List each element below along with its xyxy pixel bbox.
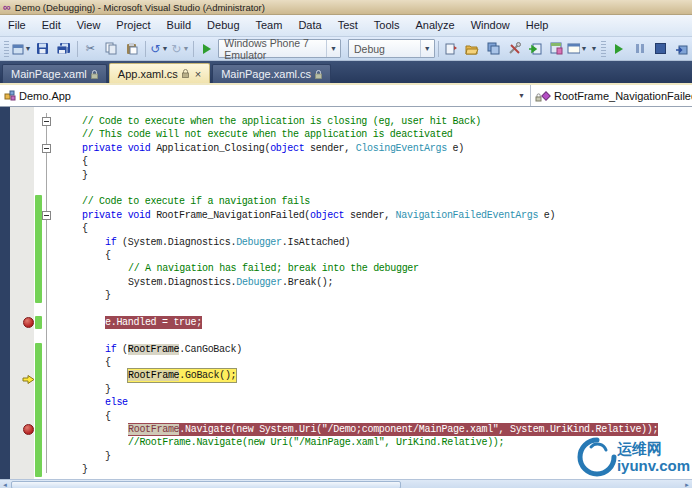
continue-button[interactable] <box>609 39 629 58</box>
breakpoint-margin[interactable] <box>10 107 34 479</box>
code-line[interactable]: RootFrame.Navigate(new System.Uri("/Demo… <box>56 423 692 436</box>
save-all-icon <box>56 42 71 55</box>
code-line[interactable]: private void Application_Closing(object … <box>56 142 692 155</box>
horizontal-scrollbar[interactable]: ◄ ► <box>0 479 692 488</box>
chevron-down-icon: ▼ <box>420 40 434 57</box>
step-button[interactable] <box>672 39 692 58</box>
code-line[interactable] <box>56 182 692 195</box>
code-line[interactable] <box>56 329 692 342</box>
start-page-button[interactable] <box>525 39 545 58</box>
menu-item-help[interactable]: Help <box>518 15 557 36</box>
members-dropdown[interactable]: RootFrame_NavigationFailed(ob <box>531 85 692 106</box>
menu-item-data[interactable]: Data <box>290 15 329 36</box>
scroll-right-icon[interactable]: ► <box>682 480 692 488</box>
scroll-left-icon[interactable]: ◄ <box>0 480 10 488</box>
toolbar-grip[interactable] <box>4 41 9 57</box>
method-lock-icon <box>535 90 551 102</box>
code-line[interactable]: { <box>56 356 692 369</box>
add-item-button[interactable]: ▼ <box>12 39 32 58</box>
menu-item-tools[interactable]: Tools <box>366 15 408 36</box>
code-line[interactable]: e.Handled = true; <box>56 316 692 329</box>
menu-item-view[interactable]: View <box>69 15 109 36</box>
menu-item-edit[interactable]: Edit <box>34 15 69 36</box>
save-button[interactable] <box>33 39 53 58</box>
solution-explorer-button[interactable] <box>441 39 461 58</box>
command-window-icon <box>567 43 579 54</box>
change-tracking-bar <box>35 316 42 329</box>
menu-item-file[interactable]: File <box>0 15 34 36</box>
tab-app-xaml-cs[interactable]: App.xaml.cs × <box>109 63 210 83</box>
tab-label: App.xaml.cs <box>118 68 178 80</box>
stop-debugging-button[interactable] <box>651 39 671 58</box>
code-line[interactable]: } <box>56 383 692 396</box>
team-explorer-button[interactable] <box>483 39 503 58</box>
breakpoint-glyph[interactable] <box>23 424 34 435</box>
fold-collapse-toggle[interactable] <box>42 211 51 220</box>
types-dropdown[interactable]: Demo.App ▼ <box>0 85 531 106</box>
solution-configuration-combo[interactable]: Debug ▼ <box>348 39 435 58</box>
chevron-down-icon: ▼ <box>182 45 189 52</box>
scrollbar-thumb[interactable] <box>11 481 401 488</box>
code-line[interactable]: } <box>56 169 692 182</box>
fold-collapse-toggle[interactable] <box>42 144 51 153</box>
save-all-button[interactable] <box>54 39 74 58</box>
close-tab-icon[interactable]: × <box>195 69 201 79</box>
tab-mainpage-xaml[interactable]: MainPage.xaml <box>2 64 107 83</box>
tab-label: MainPage.xaml <box>11 68 87 80</box>
paste-button[interactable] <box>122 39 142 58</box>
code-line[interactable]: RootFrame.GoBack(); <box>56 369 692 382</box>
watermark-logo-icon <box>577 437 617 477</box>
start-debugging-button[interactable] <box>197 39 217 58</box>
deployment-target-combo[interactable]: Windows Phone 7 Emulator ▼ <box>218 39 341 58</box>
toolbox-button[interactable] <box>504 39 524 58</box>
properties-window-button[interactable] <box>546 39 566 58</box>
code-line[interactable]: // This code will not execute when the a… <box>56 128 692 141</box>
code-line[interactable]: { <box>56 249 692 262</box>
window-title: Demo (Debugging) - Microsoft Visual Stud… <box>15 2 265 13</box>
undo-button[interactable]: ↺ ▼ <box>149 39 169 58</box>
code-line[interactable]: { <box>56 155 692 168</box>
code-line[interactable]: // Code to execute when the application … <box>56 115 692 128</box>
menu-item-window[interactable]: Window <box>463 15 518 36</box>
code-area[interactable]: // Code to execute when the application … <box>56 115 692 477</box>
tab-mainpage-xaml-cs[interactable]: MainPage.xaml.cs <box>212 64 331 83</box>
menu-item-analyze[interactable]: Analyze <box>408 15 463 36</box>
code-line[interactable]: private void RootFrame_NavigationFailed(… <box>56 209 692 222</box>
lock-icon <box>315 70 322 79</box>
code-line[interactable]: } <box>56 289 692 302</box>
breakpoint-glyph[interactable] <box>23 317 34 328</box>
visual-studio-window: ∞ Demo (Debugging) - Microsoft Visual St… <box>0 0 692 488</box>
code-line[interactable]: // Code to execute if a navigation fails <box>56 195 692 208</box>
code-line[interactable]: { <box>56 222 692 235</box>
fold-collapse-toggle[interactable] <box>42 117 51 126</box>
code-line[interactable]: System.Diagnostics.Debugger.Break(); <box>56 276 692 289</box>
chevron-down-icon[interactable]: ▼ <box>513 92 530 99</box>
menu-item-project[interactable]: Project <box>108 15 158 36</box>
toolbar-grip[interactable] <box>601 41 606 57</box>
redo-icon: ↻ <box>171 42 181 56</box>
current-member-name: RootFrame_NavigationFailed(ob <box>554 90 692 102</box>
menu-item-team[interactable]: Team <box>248 15 291 36</box>
copy-button[interactable] <box>101 39 121 58</box>
cut-button[interactable]: ✂ <box>80 39 100 58</box>
redo-button[interactable]: ↻ ▼ <box>170 39 190 58</box>
current-statement-arrow-icon[interactable] <box>22 371 35 389</box>
menu-item-build[interactable]: Build <box>159 15 199 36</box>
command-window-button[interactable]: ▼ <box>567 39 587 58</box>
toolbar-separator <box>438 41 439 57</box>
menu-item-test[interactable]: Test <box>330 15 366 36</box>
code-line[interactable] <box>56 302 692 315</box>
break-all-icon <box>636 44 644 53</box>
code-line[interactable]: if (RootFrame.CanGoBack) <box>56 343 692 356</box>
code-line[interactable]: { <box>56 410 692 423</box>
class-icon <box>4 90 16 101</box>
code-line[interactable]: // A navigation has failed; break into t… <box>56 262 692 275</box>
open-folder-button[interactable] <box>462 39 482 58</box>
code-editor[interactable]: // Code to execute when the application … <box>0 107 692 479</box>
break-all-button[interactable] <box>630 39 650 58</box>
toolbar-options-button[interactable]: ▼ <box>588 39 598 58</box>
menu-item-debug[interactable]: Debug <box>199 15 247 36</box>
code-line[interactable]: else <box>56 396 692 409</box>
open-folder-icon <box>465 43 479 55</box>
code-line[interactable]: if (System.Diagnostics.Debugger.IsAttach… <box>56 236 692 249</box>
